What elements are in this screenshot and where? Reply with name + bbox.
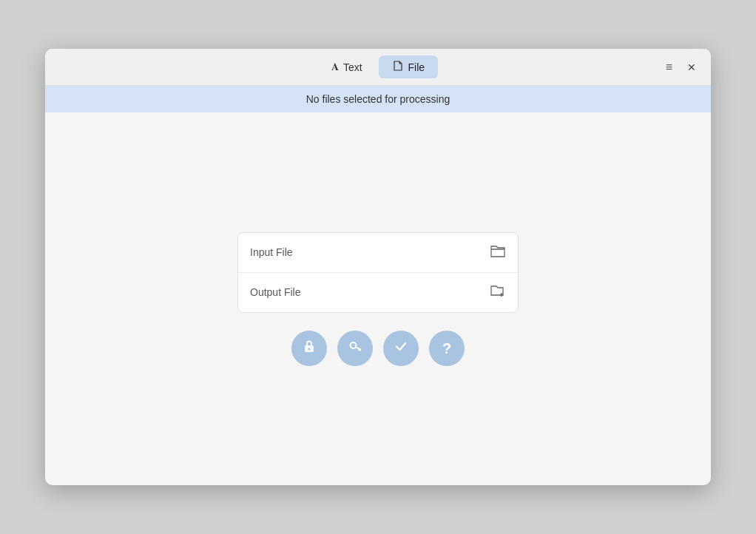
status-message: No files selected for processing — [306, 93, 450, 105]
menu-icon: ≡ — [666, 61, 672, 74]
output-file-row: Output File — [238, 273, 518, 312]
menu-button[interactable]: ≡ — [663, 58, 675, 77]
svg-point-4 — [351, 342, 357, 348]
question-icon: ? — [442, 341, 451, 356]
close-button[interactable]: ✕ — [684, 58, 699, 76]
verify-button[interactable] — [383, 331, 419, 366]
status-bar: No files selected for processing — [45, 86, 711, 112]
file-panel: Input File Output File — [237, 232, 519, 313]
tab-group: 𝐀 Text File — [318, 55, 438, 78]
file-icon — [392, 60, 404, 74]
lock-icon — [302, 339, 317, 357]
lock-button[interactable] — [291, 331, 327, 366]
action-buttons: ? — [291, 331, 465, 366]
main-content: Input File Output File — [45, 112, 711, 485]
text-icon: 𝐀 — [331, 61, 339, 73]
close-icon: ✕ — [687, 61, 696, 73]
tab-text[interactable]: 𝐀 Text — [318, 56, 376, 78]
tab-file-label: File — [408, 61, 425, 73]
check-icon — [393, 338, 409, 358]
open-input-file-icon[interactable] — [490, 243, 506, 262]
input-file-label: Input File — [250, 246, 293, 258]
tab-text-label: Text — [343, 61, 362, 73]
app-window: 𝐀 Text File ≡ ✕ No fil — [45, 49, 711, 485]
output-file-label: Output File — [250, 286, 300, 298]
tab-file[interactable]: File — [379, 55, 439, 78]
help-button[interactable]: ? — [429, 331, 465, 366]
key-icon — [348, 339, 362, 357]
svg-point-3 — [308, 348, 311, 351]
key-button[interactable] — [337, 331, 373, 366]
titlebar: 𝐀 Text File ≡ ✕ — [45, 49, 711, 86]
titlebar-controls: ≡ ✕ — [663, 58, 699, 77]
open-output-file-icon[interactable] — [490, 283, 506, 302]
input-file-row: Input File — [238, 233, 518, 273]
